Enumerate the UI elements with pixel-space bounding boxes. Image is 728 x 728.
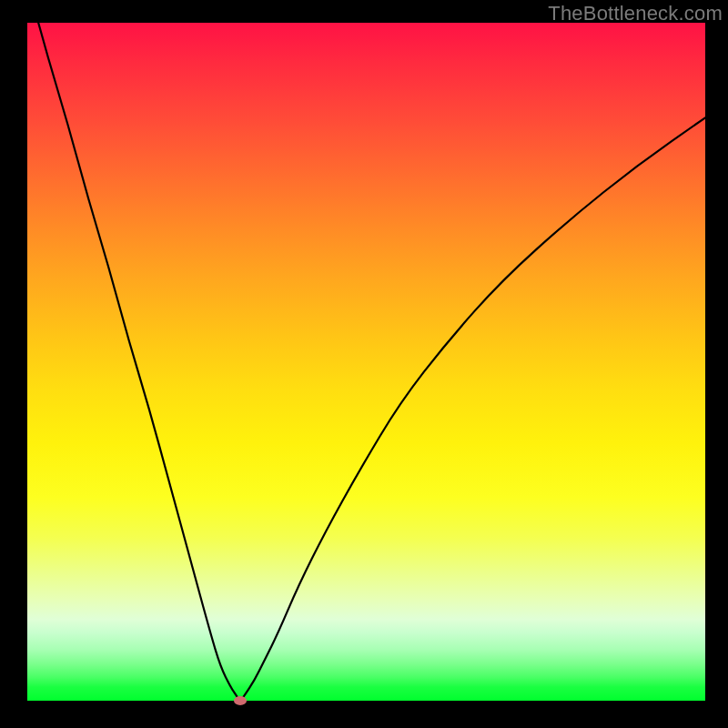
plot-area — [27, 23, 705, 701]
minimum-marker — [234, 696, 247, 705]
curve-svg — [27, 23, 705, 701]
watermark-text: TheBottleneck.com — [548, 2, 723, 25]
bottleneck-curve — [27, 23, 705, 700]
chart-frame: TheBottleneck.com — [0, 0, 728, 728]
